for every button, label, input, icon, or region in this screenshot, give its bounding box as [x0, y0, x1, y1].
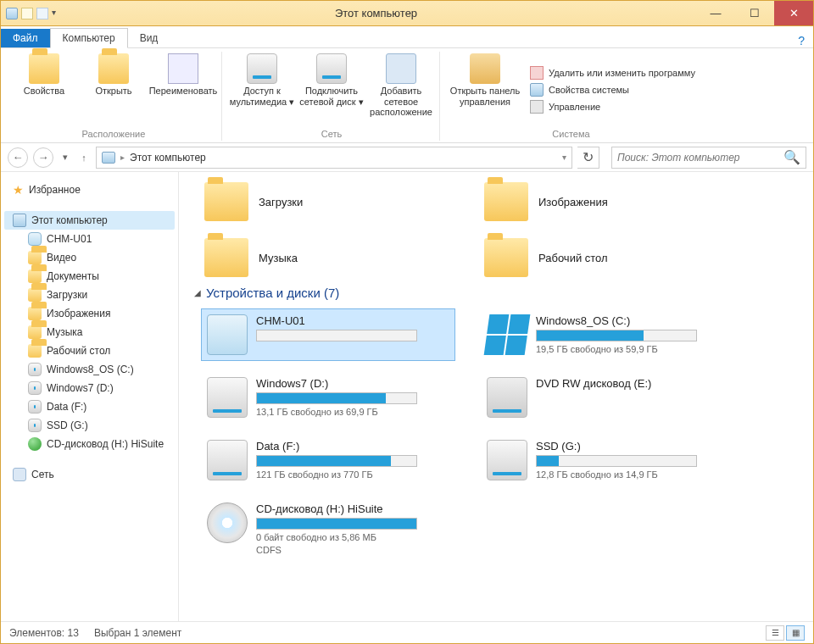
folder-downloads[interactable]: Загрузки: [201, 179, 455, 225]
qat-icon[interactable]: [36, 8, 48, 19]
minimize-button[interactable]: —: [696, 1, 735, 25]
maximize-button[interactable]: ☐: [735, 1, 774, 25]
navigation-bar: ← → ▾ ↑ ▸ Этот компьютер ▾ ↻ 🔍: [1, 143, 813, 172]
tree-item[interactable]: Документы: [4, 267, 175, 286]
drive-tile[interactable]: Data (F:)121 ГБ свободно из 770 ГБ: [201, 434, 455, 486]
devices-section: ◢Устройства и диски (7) CHM-U01Windows8_…: [201, 286, 803, 561]
control-panel-button[interactable]: Открыть панель управления: [447, 52, 523, 127]
qat-icon[interactable]: [21, 8, 33, 19]
rename-button[interactable]: Переименовать: [150, 52, 216, 127]
details-view-button[interactable]: ☰: [766, 625, 784, 641]
drive-tile[interactable]: Windows8_OS (C:)19,5 ГБ свободно из 59,9…: [481, 308, 735, 361]
drive-tile[interactable]: Windows7 (D:)13,1 ГБ свободно из 69,9 ГБ: [201, 371, 455, 424]
ribbon-group-location: Свойства Открыть Переименовать Расположе…: [6, 52, 222, 141]
tree-network[interactable]: Сеть: [4, 465, 175, 484]
folder-icon: [28, 251, 42, 264]
breadcrumb[interactable]: Этот компьютер: [130, 152, 206, 164]
drive-tile[interactable]: DVD RW дисковод (E:): [481, 371, 735, 424]
system-properties-button[interactable]: Свойства системы: [530, 83, 695, 97]
ribbon-group-caption: Система: [552, 127, 589, 141]
content-pane[interactable]: Загрузки Изображения Музыка Рабочий стол…: [179, 172, 813, 621]
folder-music[interactable]: Музыка: [201, 235, 455, 280]
open-button[interactable]: Открыть: [81, 52, 147, 127]
manage-button[interactable]: Управление: [530, 100, 695, 114]
section-heading[interactable]: ◢Устройства и диски (7): [194, 286, 803, 300]
folder-icon: [28, 288, 42, 302]
tree-favorites[interactable]: ★Избранное: [4, 180, 175, 199]
phone-icon: [28, 232, 42, 246]
media-access-button[interactable]: Доступ к мультимедиа ▾: [229, 52, 295, 127]
forward-button[interactable]: →: [33, 147, 53, 168]
tree-item[interactable]: SSD (G:): [4, 416, 175, 435]
folder-pictures[interactable]: Изображения: [481, 179, 735, 225]
map-drive-button[interactable]: Подключить сетевой диск ▾: [298, 52, 365, 127]
tree-item[interactable]: Загрузки: [4, 286, 175, 304]
drive-fs: CDFS: [256, 545, 449, 555]
refresh-button[interactable]: ↻: [577, 147, 599, 169]
folder-icon: [28, 344, 42, 358]
network-icon: [13, 468, 26, 481]
tree-item[interactable]: CD-дисковод (H:) HiSuite: [4, 435, 175, 453]
drive-name: DVD RW дисковод (E:): [536, 377, 729, 390]
drive-tile[interactable]: CD-дисковод (H:) HiSuite0 байт свободно …: [201, 497, 455, 561]
drive-icon: [28, 363, 42, 376]
address-bar[interactable]: ▸ Этот компьютер ▾: [96, 147, 572, 169]
status-bar: Элементов: 13 Выбран 1 элемент ☰ ▦: [1, 621, 813, 643]
close-button[interactable]: ✕: [774, 1, 813, 25]
title-bar: ▾ Этот компьютер — ☐ ✕: [1, 1, 813, 26]
tree-item[interactable]: Рабочий стол: [4, 341, 175, 360]
drive-subtext: 19,5 ГБ свободно из 59,9 ГБ: [536, 344, 729, 354]
search-input[interactable]: [617, 152, 783, 164]
tree-item[interactable]: Видео: [4, 248, 175, 267]
uninstall-button[interactable]: Удалить или изменить программу: [530, 66, 695, 80]
rename-icon: [168, 53, 198, 84]
drive-tile[interactable]: SSD (G:)12,8 ГБ свободно из 14,9 ГБ: [481, 434, 735, 486]
usage-bar: [256, 455, 417, 467]
tree-item[interactable]: Музыка: [4, 323, 175, 341]
back-button[interactable]: ←: [8, 147, 28, 168]
up-button[interactable]: ↑: [77, 153, 91, 163]
folder-icon: [484, 182, 528, 221]
tree-item[interactable]: Windows7 (D:): [4, 379, 175, 397]
ribbon-group-system: Открыть панель управления Удалить или из…: [442, 52, 700, 141]
history-dropdown-icon[interactable]: ▾: [59, 152, 72, 163]
folder-icon: [28, 325, 42, 339]
nav-tree[interactable]: ★Избранное Этот компьютер CHM-U01 Видео …: [1, 172, 179, 621]
folder-icon: [28, 307, 42, 320]
control-panel-icon: [470, 53, 500, 84]
qat: ▾: [6, 8, 56, 19]
window-controls: — ☐ ✕: [696, 1, 813, 25]
collapse-icon[interactable]: ◢: [194, 288, 201, 297]
tree-item[interactable]: CHM-U01: [4, 230, 175, 248]
drives-grid: CHM-U01Windows8_OS (C:)19,5 ГБ свободно …: [201, 308, 803, 561]
properties-button[interactable]: Свойства: [11, 52, 77, 127]
app-icon: [6, 8, 18, 19]
selection-count: Выбран 1 элемент: [94, 627, 181, 639]
chevron-down-icon[interactable]: ▾: [562, 153, 566, 162]
folder-desktop[interactable]: Рабочий стол: [481, 235, 735, 280]
tiles-view-button[interactable]: ▦: [786, 625, 805, 641]
explorer-body: ★Избранное Этот компьютер CHM-U01 Видео …: [1, 172, 813, 621]
drive-tile[interactable]: CHM-U01: [201, 308, 455, 361]
tree-this-pc[interactable]: Этот компьютер: [4, 211, 175, 230]
add-network-button[interactable]: Добавить сетевое расположение: [368, 52, 434, 127]
dvd-drive-icon: [487, 377, 527, 418]
drive-subtext: 12,8 ГБ свободно из 14,9 ГБ: [536, 469, 729, 480]
tree-item[interactable]: Windows8_OS (C:): [4, 360, 175, 379]
chevron-right-icon[interactable]: ▸: [120, 153, 125, 162]
tab-computer[interactable]: Компьютер: [50, 28, 128, 48]
search-box[interactable]: 🔍: [611, 147, 806, 169]
drive-name: CD-дисковод (H:) HiSuite: [256, 502, 449, 515]
drive-icon: [28, 400, 42, 414]
help-icon[interactable]: ?: [798, 34, 805, 47]
tab-view[interactable]: Вид: [128, 29, 170, 47]
folder-icon: [204, 182, 248, 221]
search-icon[interactable]: 🔍: [783, 149, 800, 165]
manage-icon: [530, 100, 544, 114]
tree-item[interactable]: Изображения: [4, 304, 175, 323]
open-icon: [98, 53, 129, 84]
tab-file[interactable]: Файл: [1, 29, 50, 47]
ribbon: Свойства Открыть Переименовать Расположе…: [1, 48, 813, 143]
tree-item[interactable]: Data (F:): [4, 397, 175, 416]
drive-name: CHM-U01: [256, 314, 449, 327]
